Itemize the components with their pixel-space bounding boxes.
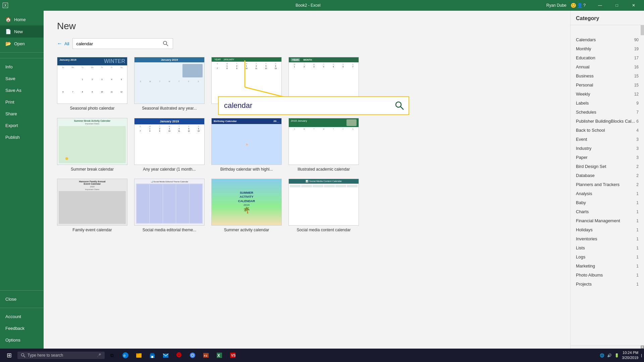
taskbar-chrome-icon[interactable] (186, 349, 199, 361)
category-item[interactable]: Education17 (571, 53, 644, 62)
sidebar-item-options[interactable]: Options (0, 334, 44, 346)
template-card-11[interactable]: SUMMERACTIVITYCALENDAR 2019 🌴 Summer act… (211, 179, 282, 233)
sidebar-item-share[interactable]: Share (0, 108, 44, 120)
window-controls[interactable]: — □ ✕ (592, 0, 641, 11)
category-label: Publisher BuildingBlocks Cal... (576, 119, 635, 124)
svg-marker-14 (150, 353, 155, 355)
category-item[interactable]: Business15 (571, 71, 644, 80)
template-card-2[interactable]: January 2019 SMTWTFS Seasonal illustrate… (134, 57, 205, 111)
search-box[interactable] (72, 38, 173, 49)
category-count: 1 (636, 191, 639, 196)
category-count: 1 (636, 219, 639, 223)
right-panel: Category Calendars90Monthly19Education17… (570, 11, 644, 349)
taskbar-store-icon[interactable] (146, 349, 158, 361)
sidebar-item-info[interactable]: Info (0, 61, 44, 73)
category-item[interactable]: Marketing1 (571, 261, 644, 270)
taskbar-desktop-button[interactable]: | (641, 353, 642, 357)
help-icon: ? (583, 3, 586, 8)
category-item[interactable]: Labels9 (571, 99, 644, 108)
category-item[interactable]: Projects1 (571, 280, 644, 289)
category-item[interactable]: Paper3 (571, 153, 644, 162)
sidebar-item-export[interactable]: Export (0, 120, 44, 131)
category-item[interactable]: Holidays1 (571, 225, 644, 234)
category-item[interactable]: Publisher BuildingBlocks Cal...6 (571, 117, 644, 126)
sidebar-item-feedback[interactable]: Feedback (0, 322, 44, 334)
template-card-12[interactable]: 📊 Social Media Content Calendar (288, 179, 359, 233)
category-item[interactable]: Annual16 (571, 62, 644, 71)
template-thumb-7: Birthday Calendar20__ 🎂 (211, 118, 282, 165)
template-card-8[interactable]: 2019 January SMTWTFS Illustrated academi… (288, 118, 359, 172)
maximize-button[interactable]: □ (609, 0, 625, 11)
category-item[interactable]: Schedules7 (571, 108, 644, 117)
taskbar-excel-icon[interactable]: X (213, 349, 225, 361)
taskbar-task-view[interactable]: ⧉ (106, 349, 118, 361)
category-item[interactable]: Industry3 (571, 144, 644, 153)
sidebar-sep-1 (0, 58, 44, 58)
category-item[interactable]: Photo Albums1 (571, 270, 644, 280)
arrow-connector (241, 60, 309, 101)
category-item[interactable]: Bird Design Set2 (571, 162, 644, 171)
sidebar-item-account[interactable]: Account (0, 311, 44, 322)
popup-search-button[interactable] (391, 98, 408, 114)
template-card-6[interactable]: January 2019 SMTWTFS 123456 78910111213 … (134, 118, 205, 172)
category-item[interactable]: Personal15 (571, 80, 644, 89)
category-item[interactable]: Planners and Trackers2 (571, 180, 644, 189)
back-nav[interactable]: ← All (57, 41, 69, 47)
category-item[interactable]: Lists1 (571, 243, 644, 252)
svg-line-8 (24, 356, 25, 358)
back-arrow-icon: ← (57, 41, 62, 47)
category-item[interactable]: Financial Management1 (571, 216, 644, 225)
taskbar-edge-icon[interactable]: e (119, 349, 131, 361)
sidebar-item-close[interactable]: Close (0, 293, 44, 305)
template-thumb-9: Hansson Family AnnualEvent Calendar 2019… (57, 179, 127, 226)
category-count: 15 (634, 83, 639, 87)
sidebar-item-new[interactable]: 📄 New (0, 25, 44, 38)
minimize-button[interactable]: — (592, 0, 608, 11)
taskbar-mail-icon[interactable] (160, 349, 172, 361)
taskbar-explorer-icon[interactable] (133, 349, 145, 361)
sidebar-item-saveas[interactable]: Save As (0, 84, 44, 96)
taskbar-time-display: 10:24 PM (622, 350, 638, 355)
taskbar-ftp-icon[interactable]: FZ (200, 349, 212, 361)
taskbar-search[interactable]: Type here to search 🎤 (17, 352, 105, 359)
start-button[interactable]: ⊞ (2, 349, 16, 362)
template-card-9[interactable]: Hansson Family AnnualEvent Calendar 2019… (57, 179, 127, 233)
template-card-1[interactable]: January 2019 WINTER SuMoTuWeThFrSa 12345… (57, 57, 127, 111)
taskbar-icon-5[interactable]: 🅥 (173, 349, 185, 361)
category-item[interactable]: Weekly12 (571, 89, 644, 99)
template-label-8: Illustrated academic calendar (288, 167, 359, 172)
category-list[interactable]: Calendars90Monthly19Education17Annual16B… (571, 35, 644, 345)
template-card-5[interactable]: Summer Break Activity Calendar Important… (57, 118, 127, 172)
sidebar-item-save[interactable]: Save (0, 73, 44, 84)
sidebar-item-publish[interactable]: Publish (0, 131, 44, 143)
popup-search-input[interactable] (219, 98, 391, 113)
sidebar-item-home[interactable]: 🏠 Home (0, 13, 44, 25)
category-item[interactable]: Calendars90 (571, 35, 644, 44)
sidebar-middle: Info Save Save As Print Share Export Pub… (0, 53, 44, 290)
category-item[interactable]: Back to School4 (571, 126, 644, 135)
sidebar-label-options: Options (5, 338, 20, 343)
category-item[interactable]: Database2 (571, 171, 644, 180)
category-count: 3 (636, 137, 639, 142)
taskbar-icon-last[interactable]: VS (227, 349, 239, 361)
category-item[interactable]: Event3 (571, 135, 644, 144)
category-item[interactable]: Analysis1 (571, 189, 644, 198)
sidebar-item-print[interactable]: Print (0, 96, 44, 108)
category-item[interactable]: Monthly19 (571, 44, 644, 53)
taskbar-datetime[interactable]: 10:24 PM 3/20/2019 (622, 350, 638, 361)
search-input[interactable] (73, 39, 160, 48)
category-item[interactable]: Charts1 (571, 207, 644, 216)
search-button[interactable] (160, 39, 171, 49)
popup-search-box[interactable] (218, 96, 409, 115)
category-item[interactable]: Baby1 (571, 198, 644, 207)
taskbar-mic-icon: 🎤 (97, 353, 101, 358)
category-item[interactable]: Inventories1 (571, 234, 644, 243)
category-item[interactable]: Logs1 (571, 252, 644, 261)
template-card-10[interactable]: 📊 Social Media Editorial Theme Calendar … (134, 179, 205, 233)
sidebar-item-open[interactable]: 📂 Open (0, 38, 44, 50)
category-header: Category (571, 11, 644, 25)
template-card-7[interactable]: Birthday Calendar20__ 🎂 Birthday calenda… (211, 118, 282, 172)
template-label-11: Summer activity calendar (211, 228, 282, 233)
close-button[interactable]: ✕ (626, 0, 641, 11)
template-thumb-11: SUMMERACTIVITYCALENDAR 2019 🌴 (211, 179, 282, 226)
